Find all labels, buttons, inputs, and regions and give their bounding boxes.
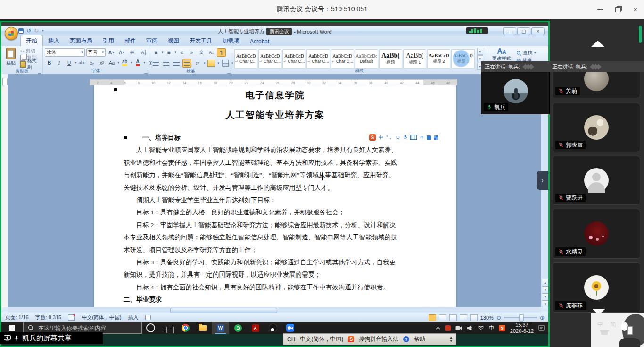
tab-home[interactable]: 开始 <box>20 35 43 46</box>
previous-page-icon[interactable]: ▲ <box>542 279 548 286</box>
align-left-button[interactable] <box>151 59 160 68</box>
style-tile-default[interactable]: AaBbCcDcDefault <box>355 49 378 69</box>
font-name-select[interactable]: 宋体▾ <box>45 48 85 57</box>
help-icon[interactable]: ? <box>403 336 409 342</box>
tab-developer[interactable]: 开发工具 <box>184 35 217 46</box>
macro-record-icon[interactable] <box>145 315 151 320</box>
decrease-indent-button[interactable] <box>177 48 186 57</box>
zoom-level[interactable]: 130% <box>480 315 494 321</box>
spellcheck-icon[interactable] <box>68 314 75 321</box>
tab-acrobat[interactable]: Acrobat <box>245 37 274 46</box>
style-tile[interactable]: AaBbCcDChar C... <box>306 49 330 69</box>
underline-button[interactable] <box>65 59 74 67</box>
scroll-down-icon[interactable]: ▼ <box>542 300 548 307</box>
select-browse-object-icon[interactable]: ● <box>542 286 548 293</box>
find-button[interactable]: 查找▾ <box>516 50 546 56</box>
traditional-toggle-icon[interactable]: ≋ <box>420 135 423 140</box>
redo-icon[interactable]: ↻ <box>34 28 39 34</box>
toolbox-icon[interactable] <box>434 135 438 140</box>
participant-tile[interactable]: 郭晓雪 <box>553 103 640 152</box>
change-case-button[interactable] <box>107 59 116 67</box>
close-icon[interactable]: × <box>633 6 637 13</box>
font-size-select[interactable]: 五号▾ <box>86 48 106 57</box>
taskbar-360-browser[interactable] <box>229 322 247 334</box>
emoji-icon[interactable]: ☺ <box>396 135 400 140</box>
line-spacing-button[interactable] <box>193 59 202 68</box>
font-color-button[interactable] <box>133 59 142 67</box>
grow-font-button[interactable] <box>107 48 116 57</box>
phonetic-guide-button[interactable] <box>128 48 137 57</box>
participant-tile[interactable]: 庞菲菲 <box>553 262 640 313</box>
language-bar-options-icon[interactable]: ▴▾ <box>450 336 452 342</box>
zoom-out-icon[interactable]: ⊖ <box>496 315 501 321</box>
language-bar-help[interactable]: 帮助 <box>414 335 425 343</box>
scroll-up-arrow-icon[interactable] <box>591 41 604 47</box>
hscrollbar-thumb[interactable] <box>170 308 277 313</box>
print-layout-view-button[interactable] <box>429 314 436 321</box>
sogou-skin-popup[interactable]: 中 简 <box>591 313 644 347</box>
fullscreen-view-button[interactable] <box>439 314 446 321</box>
task-view-button[interactable] <box>159 322 177 334</box>
soft-keyboard-icon[interactable] <box>410 135 417 140</box>
taskbar-clock[interactable]: 15:37 2020-6-12 <box>510 322 534 334</box>
subscript-button[interactable] <box>88 59 97 67</box>
sort-button[interactable] <box>207 48 216 57</box>
asian-layout-button[interactable] <box>197 48 206 57</box>
format-painter-button[interactable]: 格式刷 <box>20 61 41 68</box>
sidebar-collapse-handle[interactable]: › <box>537 171 548 190</box>
draft-view-button[interactable] <box>470 314 478 321</box>
character-border-button[interactable] <box>138 48 147 57</box>
language-indicator[interactable]: 中文(简体，中国) <box>82 314 121 321</box>
language-bar-lang[interactable]: 中文(简体，中国) <box>300 335 343 343</box>
sidebar-scrollbar[interactable] <box>639 26 642 43</box>
language-bar-ime[interactable]: 搜狗拼音输入法 <box>359 335 398 343</box>
office-button-icon[interactable] <box>5 27 18 40</box>
document-page[interactable]: 电子信息学院 人工智能专业培养方案 一、培养目标 人工智能专业顺应国家人工智能战… <box>94 85 456 307</box>
tray-volume-icon[interactable] <box>467 325 473 331</box>
undo-icon[interactable]: ↺ <box>26 28 31 34</box>
taskbar-qq[interactable] <box>264 322 281 334</box>
web-layout-view-button[interactable] <box>449 314 457 321</box>
sogou-logo-icon[interactable]: S <box>348 336 354 342</box>
tab-selector-box[interactable] <box>2 78 8 85</box>
strikethrough-button[interactable] <box>78 59 87 67</box>
bullets-button[interactable] <box>151 48 160 57</box>
tray-chevron-up-icon[interactable] <box>436 327 440 330</box>
shading-button[interactable] <box>207 59 216 68</box>
taskbar-explorer[interactable] <box>194 322 212 334</box>
tray-red-app-icon[interactable] <box>445 325 451 331</box>
justify-button[interactable] <box>182 59 191 68</box>
tab-references[interactable]: 引用 <box>98 35 119 46</box>
style-tile[interactable]: AaBbCcDChar C... <box>234 49 257 69</box>
shrink-font-button[interactable] <box>117 48 126 57</box>
zoom-slider-thumb[interactable] <box>519 314 524 322</box>
insert-mode[interactable]: 插入 <box>128 314 139 321</box>
styles-scroll-up[interactable]: ▲ <box>477 48 483 55</box>
save-icon[interactable] <box>18 28 24 34</box>
align-center-button[interactable] <box>162 59 171 68</box>
horizontal-ruler[interactable]: 2468101214161820222426283032343638404244… <box>90 79 457 85</box>
paragraph-dialog-launcher[interactable] <box>227 70 231 74</box>
bold-button[interactable] <box>45 59 54 67</box>
borders-button[interactable] <box>221 59 230 68</box>
font-dialog-launcher[interactable] <box>144 70 148 74</box>
tab-page-layout[interactable]: 页面布局 <box>65 35 98 46</box>
style-tile-heading2[interactable]: AaBbCcD标题 2 <box>427 49 450 69</box>
tab-view[interactable]: 视图 <box>163 35 184 46</box>
zoom-slider[interactable] <box>504 317 537 318</box>
taskbar-acrobat[interactable]: A <box>247 322 264 334</box>
show-hide-marks-button[interactable] <box>217 48 226 57</box>
tray-camera-icon[interactable] <box>455 326 462 330</box>
participant-tile[interactable]: 曹跃进 <box>553 156 640 205</box>
tray-sogou-icon[interactable]: S <box>499 325 505 331</box>
tab-insert[interactable]: 插入 <box>43 35 65 46</box>
cortana-button[interactable] <box>142 322 159 334</box>
taskbar-word[interactable]: W <box>212 322 229 334</box>
page-indicator[interactable]: 页面: 1/16 <box>5 314 29 321</box>
participant-tile[interactable]: 水精灵 <box>553 209 640 259</box>
next-page-icon[interactable]: ▼ <box>542 293 548 300</box>
skin-icon[interactable] <box>427 135 431 140</box>
tray-wifi-icon[interactable] <box>478 325 484 330</box>
horizontal-scrollbar[interactable] <box>8 307 541 313</box>
qat-dropdown-icon[interactable]: ▾ <box>42 29 44 33</box>
